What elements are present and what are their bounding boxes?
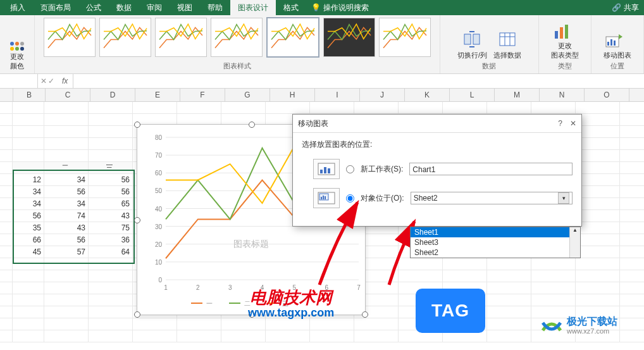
- cell[interactable]: [576, 114, 620, 125]
- cell[interactable]: [44, 114, 89, 125]
- cell[interactable]: [13, 102, 44, 113]
- cell[interactable]: [354, 318, 399, 330]
- cell[interactable]: [576, 282, 620, 294]
- cell[interactable]: [310, 318, 354, 330]
- cell[interactable]: [354, 102, 399, 113]
- cell[interactable]: [576, 102, 620, 113]
- col-header-N[interactable]: N: [540, 89, 585, 101]
- cell[interactable]: [0, 222, 13, 234]
- cell[interactable]: [89, 150, 133, 161]
- sheet-dropdown[interactable]: Sheet1Sheet3Sheet2 ▲: [410, 227, 581, 258]
- object-in-combo[interactable]: Sheet2 ▾: [411, 192, 573, 204]
- cell[interactable]: 56: [44, 234, 89, 246]
- cell[interactable]: 75: [89, 222, 133, 234]
- cell[interactable]: 57: [44, 246, 89, 258]
- cell[interactable]: [576, 210, 620, 222]
- cell[interactable]: [266, 102, 310, 113]
- scroll-up-icon[interactable]: ▲: [570, 227, 580, 233]
- cell[interactable]: [487, 282, 531, 294]
- cell[interactable]: [13, 126, 44, 137]
- cell[interactable]: 34: [13, 186, 44, 197]
- cell[interactable]: [531, 270, 576, 282]
- cell[interactable]: [487, 258, 531, 270]
- cell[interactable]: [221, 330, 266, 342]
- cell[interactable]: [531, 282, 576, 294]
- tab-format[interactable]: 格式: [276, 0, 306, 15]
- cell[interactable]: [0, 150, 13, 161]
- cell[interactable]: [0, 234, 13, 246]
- cell[interactable]: [89, 114, 133, 125]
- cell[interactable]: [89, 318, 133, 330]
- cell[interactable]: [0, 282, 13, 294]
- cell[interactable]: [443, 258, 487, 270]
- cell[interactable]: [44, 102, 89, 113]
- cell[interactable]: 三: [89, 162, 133, 173]
- cell[interactable]: 56: [89, 174, 133, 185]
- cell[interactable]: [177, 330, 221, 342]
- col-header-corner[interactable]: [0, 89, 13, 101]
- cell[interactable]: [13, 306, 44, 318]
- cell[interactable]: [0, 330, 13, 342]
- switch-row-col-button[interactable]: 切换行/列: [457, 29, 487, 60]
- cell[interactable]: [13, 282, 44, 294]
- move-chart-button[interactable]: 移动图表: [604, 30, 631, 60]
- dialog-help-icon[interactable]: ?: [558, 119, 562, 128]
- cell[interactable]: 56: [89, 186, 133, 197]
- cell[interactable]: [531, 258, 576, 270]
- cell[interactable]: [576, 222, 620, 234]
- cell[interactable]: [399, 102, 443, 113]
- cell[interactable]: [89, 102, 133, 113]
- col-header-H[interactable]: H: [270, 89, 315, 101]
- cell[interactable]: [443, 270, 487, 282]
- cell[interactable]: [89, 282, 133, 294]
- new-sheet-input[interactable]: Chart1: [409, 163, 573, 175]
- col-header-D[interactable]: D: [90, 89, 135, 101]
- chart-style-7[interactable]: [379, 18, 431, 57]
- cell[interactable]: [487, 330, 531, 342]
- cell[interactable]: [133, 102, 177, 113]
- cell[interactable]: [89, 330, 133, 342]
- cell[interactable]: [0, 246, 13, 258]
- dropdown-scrollbar[interactable]: ▲: [569, 227, 580, 258]
- option-object-in[interactable]: 对象位于(O): Sheet2 ▾: [302, 188, 573, 208]
- col-header-F[interactable]: F: [180, 89, 225, 101]
- cell[interactable]: [13, 162, 44, 173]
- cell[interactable]: [13, 150, 44, 161]
- cell[interactable]: 74: [44, 210, 89, 222]
- cell[interactable]: [0, 186, 13, 197]
- cell[interactable]: [266, 330, 310, 342]
- cell[interactable]: [0, 270, 13, 282]
- cell[interactable]: [133, 318, 177, 330]
- cell[interactable]: [0, 114, 13, 125]
- cell[interactable]: [354, 330, 399, 342]
- cell[interactable]: [443, 102, 487, 113]
- cell[interactable]: [13, 270, 44, 282]
- cell[interactable]: [576, 126, 620, 137]
- cell[interactable]: [0, 162, 13, 173]
- col-header-B[interactable]: B: [13, 89, 46, 101]
- option-new-sheet[interactable]: 新工作表(S): Chart1: [302, 159, 573, 179]
- chart-style-3[interactable]: [155, 18, 207, 57]
- cell[interactable]: [531, 102, 576, 113]
- col-header-O[interactable]: O: [585, 89, 629, 101]
- cell[interactable]: [44, 138, 89, 149]
- cell[interactable]: 64: [89, 246, 133, 258]
- cell[interactable]: [44, 126, 89, 137]
- cell[interactable]: [0, 138, 13, 149]
- select-data-button[interactable]: 选择数据: [493, 29, 521, 60]
- tab-formula[interactable]: 公式: [78, 0, 109, 15]
- tell-me[interactable]: 💡 操作说明搜索: [311, 3, 369, 13]
- tab-chart-design[interactable]: 图表设计: [230, 0, 276, 15]
- cell[interactable]: [0, 258, 13, 270]
- cell[interactable]: [13, 258, 44, 270]
- share-button[interactable]: 🔗 共享: [612, 0, 639, 15]
- cell[interactable]: [0, 198, 13, 209]
- cell[interactable]: [487, 270, 531, 282]
- cell[interactable]: 65: [89, 198, 133, 209]
- cell[interactable]: [487, 294, 531, 306]
- col-header-K[interactable]: K: [405, 89, 450, 101]
- chart-style-2[interactable]: [99, 18, 151, 57]
- dropdown-item-sheet2[interactable]: Sheet2: [411, 247, 580, 258]
- cell[interactable]: [44, 318, 89, 330]
- cell[interactable]: 12: [13, 174, 44, 185]
